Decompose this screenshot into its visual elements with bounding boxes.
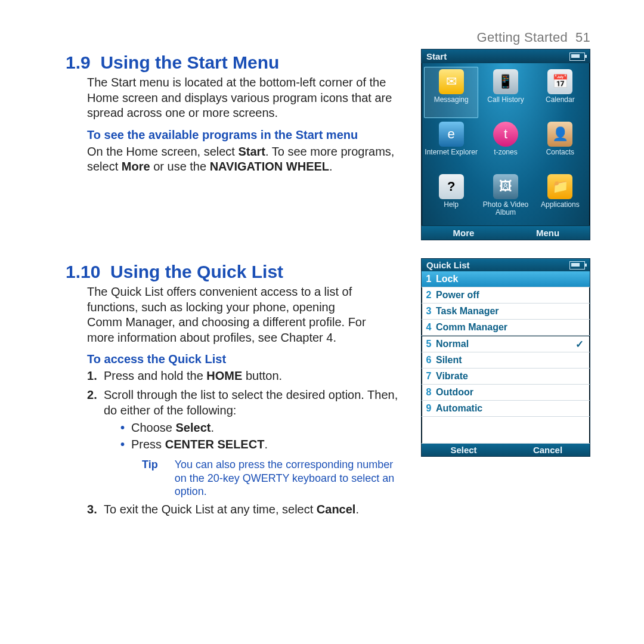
quicklist-item-label: Automatic: [436, 403, 482, 414]
bold-text: Select: [176, 421, 211, 434]
start-app-label: Contacts: [546, 148, 574, 156]
tzones-icon: t: [493, 122, 518, 147]
quicklist-item-label: Outdoor: [436, 387, 473, 398]
quicklist-item-label: Task Manager: [436, 306, 499, 317]
quicklist-item-number: 3: [422, 306, 436, 317]
start-title: Start: [426, 51, 447, 61]
quicklist-item-label: Power off: [436, 290, 479, 301]
quicklist-item-number: 9: [422, 403, 436, 414]
bold-text: NAVIGATION WHEEL: [210, 160, 329, 173]
step-1: Press and hold the HOME button.: [87, 369, 405, 384]
text: Choose: [131, 421, 176, 434]
section-1-9-body: On the Home screen, select Start. To see…: [87, 144, 397, 175]
section-1-10-heading: 1.10 Using the Quick List: [66, 262, 405, 282]
quicklist-item-number: 1: [422, 274, 436, 284]
bold-text: HOME: [206, 369, 242, 382]
tip-row: Tip You can also press the corresponding…: [142, 458, 405, 499]
start-app-label: Call History: [487, 96, 524, 104]
text: Press and hold the: [104, 369, 206, 382]
start-app-applications[interactable]: 📁Applications: [533, 172, 587, 223]
start-app-call-history[interactable]: 📱Call History: [478, 67, 532, 118]
quicklist-item-lock[interactable]: 1Lock: [422, 271, 590, 287]
help-icon: ?: [439, 174, 464, 199]
start-app-label: Photo & Video Album: [478, 201, 532, 216]
softkey-cancel[interactable]: Cancel: [506, 445, 590, 455]
quicklist-item-number: 2: [422, 290, 436, 301]
quicklist-item-outdoor[interactable]: 8Outdoor: [422, 385, 590, 401]
quicklist-item-vibrate[interactable]: 7Vibrate: [422, 369, 590, 385]
step-2: Scroll through the list to select the de…: [87, 388, 405, 499]
quicklist-item-normal[interactable]: 5Normal✓: [422, 336, 590, 352]
quicklist-item-label: Comm Manager: [436, 322, 507, 333]
bold-text: Start: [238, 145, 265, 158]
section-number: 1.9: [66, 52, 91, 72]
subhead-quick-list: To access the Quick List: [87, 352, 405, 366]
quicklist-item-number: 5: [422, 339, 436, 349]
start-app-contacts[interactable]: 👤Contacts: [533, 119, 587, 171]
contacts-icon: 👤: [547, 122, 572, 147]
section-1-9-intro: The Start menu is located at the bottom-…: [87, 75, 397, 121]
check-icon: ✓: [575, 338, 584, 351]
step-3: To exit the Quick List at any time, sele…: [87, 502, 405, 518]
envelope-icon: ✉: [439, 69, 464, 94]
quicklist-item-label: Vibrate: [436, 371, 468, 382]
section-number: 1.10: [66, 262, 100, 281]
phone-icon: 📱: [493, 69, 518, 94]
bold-text: CENTER SELECT: [165, 438, 265, 451]
start-app-label: Calendar: [546, 96, 575, 104]
tip-label: Tip: [142, 458, 158, 499]
quicklist-item-number: 7: [422, 371, 436, 382]
bullet-center-select: Press CENTER SELECT.: [120, 437, 405, 453]
start-app-photo-video-album[interactable]: 🖼Photo & Video Album: [478, 172, 532, 223]
running-header-section: Getting Started: [477, 30, 568, 45]
subhead-start-menu: To see the available programs in the Sta…: [87, 128, 405, 142]
applications-icon: 📁: [547, 174, 572, 199]
screenshot-quick-list: Quick List 1Lock2Power off3Task Manager4…: [421, 258, 590, 457]
quicklist-item-number: 4: [422, 322, 436, 333]
softkey-select[interactable]: Select: [422, 445, 506, 455]
quick-list-steps: Press and hold the HOME button. Scroll t…: [87, 369, 405, 517]
text: or use the: [150, 160, 210, 173]
calendar-icon: 📅: [547, 69, 572, 94]
quicklist-item-comm-manager[interactable]: 4Comm Manager: [422, 320, 590, 336]
text: .: [264, 438, 268, 451]
text: .: [210, 421, 214, 434]
text: To exit the Quick List at any time, sele…: [104, 503, 317, 516]
quicklist-item-silent[interactable]: 6Silent: [422, 352, 590, 369]
quicklist-item-label: Lock: [436, 274, 458, 284]
quicklist-empty-space: [422, 417, 590, 444]
bold-text: More: [122, 160, 150, 173]
bold-text: Cancel: [317, 503, 356, 516]
start-app-help[interactable]: ?Help: [424, 172, 478, 223]
running-header: Getting Started 51: [66, 30, 590, 45]
start-app-messaging[interactable]: ✉Messaging: [424, 67, 478, 118]
photo-video-icon: 🖼: [493, 174, 518, 199]
quicklist-item-label: Normal: [436, 339, 469, 349]
quicklist-item-task-manager[interactable]: 3Task Manager: [422, 304, 590, 320]
bullet-select: Choose Select.: [120, 420, 405, 436]
ie-icon: e: [439, 122, 464, 147]
quicklist-title: Quick List: [426, 260, 470, 270]
quicklist-item-power-off[interactable]: 2Power off: [422, 287, 590, 304]
tip-text: You can also press the corresponding num…: [175, 458, 405, 499]
start-app-t-zones[interactable]: tt-zones: [478, 119, 532, 171]
text: .: [355, 503, 359, 516]
quicklist-item-number: 6: [422, 355, 436, 366]
text: button.: [242, 369, 282, 382]
screenshot-start-menu: Start ✉Messaging📱Call History📅CalendareI…: [421, 49, 590, 240]
text: .: [329, 160, 333, 173]
start-app-label: Help: [444, 201, 459, 209]
section-title: Using the Start Menu: [100, 52, 279, 72]
softkey-more[interactable]: More: [422, 228, 506, 238]
battery-icon: [569, 261, 585, 270]
section-1-9-heading: 1.9 Using the Start Menu: [66, 52, 405, 73]
start-app-label: Internet Explorer: [425, 148, 478, 156]
start-app-calendar[interactable]: 📅Calendar: [533, 67, 587, 118]
running-header-page: 51: [575, 30, 590, 45]
softkey-menu[interactable]: Menu: [506, 228, 590, 238]
section-1-10-intro: The Quick List offers convenient access …: [87, 284, 367, 345]
start-app-label: Applications: [541, 201, 580, 209]
start-app-internet-explorer[interactable]: eInternet Explorer: [424, 119, 478, 171]
quicklist-item-automatic[interactable]: 9Automatic: [422, 401, 590, 417]
start-app-label: Messaging: [434, 96, 469, 104]
